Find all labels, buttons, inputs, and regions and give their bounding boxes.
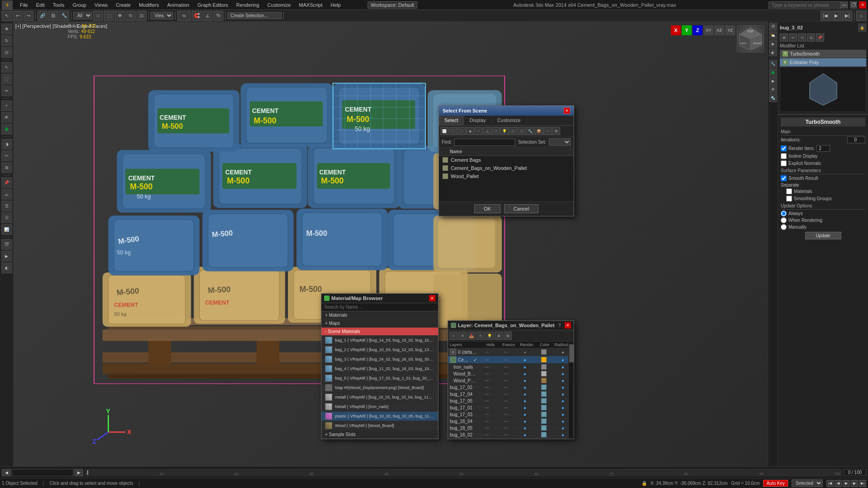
l7-hide[interactable]: — <box>485 399 489 403</box>
smoothing-groups-checkbox[interactable] <box>786 196 792 202</box>
layer-item-woodpallet[interactable]: Wood_Pallet — — ● ● <box>448 377 574 384</box>
dt-type3-btn[interactable]: △ <box>483 127 491 135</box>
l5-hide[interactable]: — <box>485 385 489 389</box>
undo-btn[interactable]: ↩ <box>13 11 23 21</box>
panel-btn-4[interactable]: ⊡ <box>807 33 815 42</box>
layer-woodpallet-hide[interactable]: — <box>485 378 489 383</box>
isoline-checkbox[interactable] <box>781 153 787 159</box>
filter-dropdown[interactable]: All <box>73 12 92 19</box>
layer-cement-color[interactable] <box>541 357 547 362</box>
layer-cement-hide[interactable]: — <box>485 357 489 362</box>
dt-type2-btn[interactable]: ○ <box>475 127 483 135</box>
y-axis-btn[interactable]: Y <box>682 25 692 35</box>
modifier-turbosmooth[interactable]: T TurboSmooth <box>780 50 866 58</box>
layer-item-bug18-04[interactable]: bug_18_04 — — ● ● <box>448 418 574 425</box>
l8-color[interactable] <box>541 405 547 410</box>
panel-btn-1[interactable]: ⊞ <box>780 33 788 42</box>
layer-manager-btn[interactable]: ☷ <box>1 212 12 223</box>
minimize-button[interactable]: — <box>841 1 848 9</box>
l11-rad[interactable]: ● <box>561 426 564 431</box>
hierarchy-panel-btn[interactable]: 🌲 <box>769 68 777 76</box>
layer-select-btn[interactable]: ↖ <box>476 332 485 340</box>
percent-btn[interactable]: % <box>177 11 191 21</box>
move-tool-btn[interactable]: ✥ <box>1 23 12 34</box>
manually-radio[interactable] <box>781 224 787 230</box>
go-start-btn[interactable]: |◀ <box>826 480 834 487</box>
layer-item-bug17-03[interactable]: bug_17_03 — — ● ● <box>448 411 574 418</box>
layer-cement-freeze[interactable]: — <box>504 357 508 362</box>
tab-display[interactable]: Display <box>464 116 492 125</box>
mat-item-bag5[interactable]: bag_5 ( VRayMtl ) [bug_17_02, bug_1_01, … <box>321 374 438 383</box>
mat-item-bag4[interactable]: bag_4 ( VRayMtl ) [bug_11_02, bug_18_03,… <box>321 364 438 374</box>
l8-freeze[interactable]: — <box>504 405 508 410</box>
l10-rad[interactable]: ● <box>561 419 564 424</box>
l9-rad[interactable]: ● <box>561 412 564 417</box>
create-btn[interactable]: + <box>1 100 12 111</box>
l9-hide[interactable]: — <box>485 412 489 417</box>
x-axis-btn[interactable]: X <box>671 25 681 35</box>
dt-type1-btn[interactable]: ◈ <box>466 127 474 135</box>
snap-btn[interactable]: 🧲 <box>192 11 202 21</box>
prev-time-btn[interactable]: ◀ <box>2 469 11 476</box>
mat-item-plastic[interactable]: plastic ( VRayMtl ) [bug_10_02, bug_10_0… <box>321 412 438 421</box>
scale-tool-btn[interactable]: ⊡ <box>1 47 12 58</box>
layer-cement-render[interactable]: ● <box>524 357 526 362</box>
current-frame[interactable]: 0 / 100 <box>844 469 866 476</box>
render-iters-input[interactable] <box>816 145 830 152</box>
layer-iron-color[interactable] <box>541 364 547 370</box>
percent-snap-btn[interactable]: % <box>213 11 223 21</box>
l12-render[interactable]: ● <box>524 432 526 437</box>
dt-type6-btn[interactable]: 🎥 <box>509 127 517 135</box>
redo-btn[interactable]: ↪ <box>24 11 33 21</box>
layer-woodboard-rad[interactable]: ● <box>561 371 564 376</box>
key-mode-select[interactable]: Selected <box>792 479 823 487</box>
layer-item-bug17-02[interactable]: bug_17_02 — — ● ● <box>448 384 574 391</box>
l10-hide[interactable]: — <box>485 419 489 423</box>
mat-item-bag3[interactable]: bag_3 ( VRayMtl ) [bug_24_02, bug_26_03,… <box>321 355 438 364</box>
menu-tools[interactable]: Tools <box>49 1 68 9</box>
prev-key-btn[interactable]: ◀ <box>835 480 842 487</box>
menu-customize[interactable]: Customize <box>264 1 294 9</box>
motion-panel-btn[interactable]: ▶ <box>769 77 777 85</box>
view-cube[interactable]: TOP LEFT FRONT <box>737 25 764 52</box>
find-input[interactable] <box>454 139 515 146</box>
link-btn[interactable]: 🔗 <box>38 11 47 21</box>
layer-item-woodboard[interactable]: Wood_Board — — ● ● <box>448 371 574 377</box>
layer-item-iron[interactable]: Iron_nails — — ● ● <box>448 364 574 371</box>
l6-rad[interactable]: ● <box>561 392 564 397</box>
menu-edit[interactable]: Edit <box>33 1 48 9</box>
dt-type7-btn[interactable]: ⬡ <box>518 127 526 135</box>
next-key-btn[interactable]: ▶ <box>851 480 858 487</box>
list-item-cement-bags[interactable]: Cement Bags <box>439 156 574 164</box>
hierarchy-btn[interactable]: 🌲 <box>1 124 12 135</box>
mat-item-bag2[interactable]: bag_2 ( VRayMtl ) [bug_10_03, bug_12_03,… <box>321 345 438 355</box>
l6-hide[interactable]: — <box>485 392 489 396</box>
l7-rad[interactable]: ● <box>561 399 564 404</box>
panel-btn-2[interactable]: ↩ <box>789 33 797 42</box>
env-effects-btn[interactable]: ⛅ <box>769 31 777 39</box>
layer-iron-freeze[interactable]: — <box>504 365 508 369</box>
l5-freeze[interactable]: — <box>504 385 508 389</box>
layer-add-btn[interactable]: 📥 <box>467 332 476 340</box>
utilities-panel-btn[interactable]: 🔩 <box>769 94 777 102</box>
mat-item-Metall[interactable]: Metall ( VRayMtl ) [Iron_nails] <box>321 402 438 412</box>
list-item-wood-pallet[interactable]: Wood_Pallet <box>439 172 574 180</box>
layer-cement-rad[interactable]: ● <box>561 357 564 362</box>
schematic-view-btn[interactable]: ⊞ <box>1 162 12 173</box>
quick-render-btn[interactable]: ▶ <box>1 251 12 262</box>
cube-face[interactable]: TOP LEFT FRONT <box>737 25 764 52</box>
l9-freeze[interactable]: — <box>504 412 508 417</box>
layer-merge-btn[interactable]: ⊕ <box>495 332 503 340</box>
always-radio[interactable] <box>781 211 787 216</box>
material-search-input[interactable] <box>321 303 438 311</box>
spreadsheet-btn[interactable]: 📊 <box>1 224 12 235</box>
paint-select-btn[interactable]: ✏ <box>1 85 12 96</box>
z-axis-btn[interactable]: Z <box>693 25 703 35</box>
dt-type9-btn[interactable]: 📦 <box>535 127 543 135</box>
iterations-input[interactable] <box>847 136 865 143</box>
l10-color[interactable] <box>541 418 547 424</box>
render-setup-btn[interactable]: 🎬 <box>1 239 12 250</box>
close-button[interactable]: ✕ <box>859 1 866 9</box>
layer-iron-render[interactable]: ● <box>524 365 526 370</box>
view-dropdown[interactable]: View <box>151 12 173 19</box>
